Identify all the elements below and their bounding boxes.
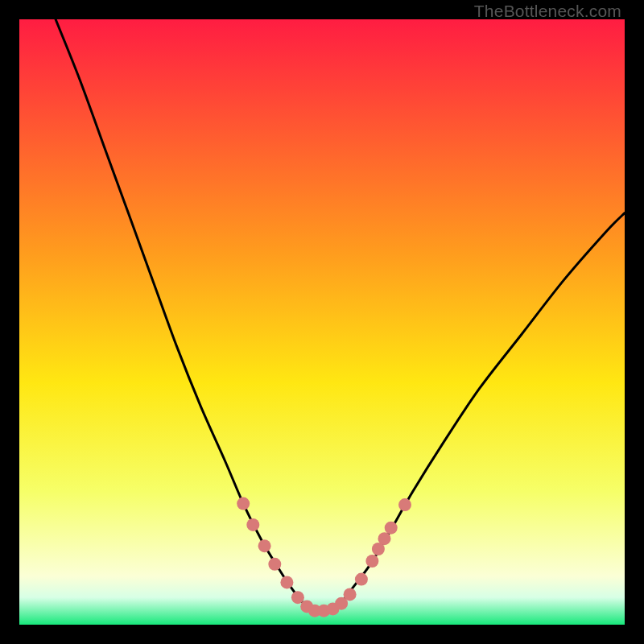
data-marker — [365, 555, 378, 568]
watermark-text: TheBottleneck.com — [474, 2, 621, 21]
chart-frame — [19, 19, 625, 625]
data-marker — [246, 518, 259, 531]
bottleneck-chart — [19, 19, 625, 625]
data-marker — [258, 539, 271, 552]
data-marker — [268, 558, 281, 571]
data-marker — [385, 522, 398, 535]
data-marker — [344, 588, 357, 601]
gradient-background — [19, 19, 625, 625]
data-marker — [378, 532, 391, 545]
data-marker — [398, 498, 411, 511]
data-marker — [237, 497, 250, 510]
data-marker — [355, 573, 368, 586]
data-marker — [280, 576, 293, 588]
